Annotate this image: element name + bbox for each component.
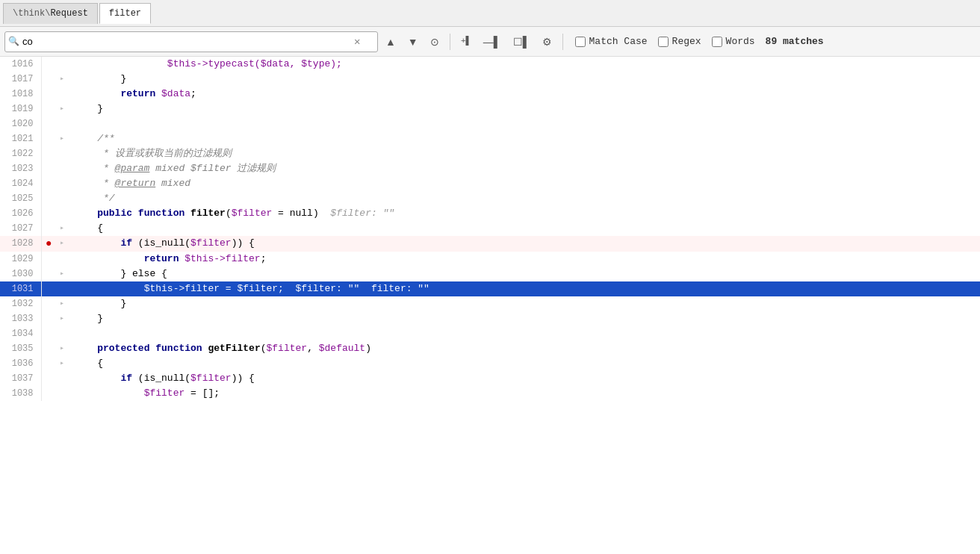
code-line: $filter = []; bbox=[68, 386, 980, 401]
nav-up-button[interactable]: ▲ bbox=[381, 34, 400, 50]
table-row[interactable]: 1017▸ } bbox=[0, 72, 980, 87]
table-row[interactable]: 1022 * 设置或获取当前的过滤规则 bbox=[0, 146, 980, 161]
breakpoint-gutter[interactable] bbox=[41, 386, 56, 401]
breakpoint-gutter[interactable] bbox=[41, 326, 56, 341]
fold-gutter[interactable]: ▸ bbox=[56, 311, 68, 326]
search-clear-button[interactable]: ✕ bbox=[351, 35, 363, 48]
code-line: { bbox=[68, 356, 980, 371]
clear-selection-button[interactable]: —▌ bbox=[479, 34, 506, 50]
table-row[interactable]: 1036▸ { bbox=[0, 356, 980, 371]
table-row[interactable]: 1023 * @param mixed $filter 过滤规则 bbox=[0, 161, 980, 176]
fold-gutter[interactable]: ▸ bbox=[56, 341, 68, 356]
code-line: * @param mixed $filter 过滤规则 bbox=[68, 161, 980, 176]
divider-1 bbox=[450, 34, 450, 50]
table-row[interactable]: 1028●▸ if (is_null($filter)) { bbox=[0, 236, 980, 252]
fold-gutter[interactable] bbox=[56, 116, 68, 131]
fold-gutter[interactable] bbox=[56, 252, 68, 267]
breakpoint-gutter[interactable] bbox=[41, 221, 56, 236]
breakpoint-gutter[interactable] bbox=[41, 161, 56, 176]
search-bar: 🔍 ✕ ▲ ▼ ⊙ +▌ —▌ ☐▌ ⚙ Match Case Regex Wo… bbox=[0, 27, 980, 57]
fold-gutter[interactable] bbox=[56, 281, 68, 296]
breakpoint-gutter[interactable] bbox=[41, 87, 56, 102]
table-row[interactable]: 1016 $this->typecast($data, $type); bbox=[0, 57, 980, 72]
fold-gutter[interactable]: ▸ bbox=[56, 102, 68, 116]
words-option[interactable]: Words bbox=[712, 36, 755, 47]
breakpoint-gutter[interactable] bbox=[41, 281, 56, 296]
breakpoint-gutter[interactable] bbox=[41, 146, 56, 161]
code-line: } bbox=[68, 102, 980, 116]
match-case-checkbox[interactable] bbox=[575, 37, 586, 47]
table-row[interactable]: 1035▸ protected function getFilter($filt… bbox=[0, 341, 980, 356]
breakpoint-gutter[interactable] bbox=[41, 311, 56, 326]
search-input[interactable] bbox=[22, 36, 351, 47]
fold-gutter[interactable] bbox=[56, 161, 68, 176]
line-number: 1021 bbox=[0, 131, 41, 146]
tab-filter[interactable]: filter bbox=[99, 3, 151, 24]
table-row[interactable]: 1020 bbox=[0, 116, 980, 131]
table-row[interactable]: 1018 return $data; bbox=[0, 87, 980, 102]
breakpoint-gutter[interactable] bbox=[41, 206, 56, 221]
line-number: 1029 bbox=[0, 252, 41, 267]
settings-button[interactable]: ⚙ bbox=[538, 34, 556, 50]
fold-gutter[interactable] bbox=[56, 386, 68, 401]
table-row[interactable]: 1038 $filter = []; bbox=[0, 386, 980, 401]
table-row[interactable]: 1029 return $this->filter; bbox=[0, 252, 980, 267]
table-row[interactable]: 1024 * @return mixed bbox=[0, 176, 980, 191]
search-icon: 🔍 bbox=[8, 36, 19, 47]
fold-gutter[interactable]: ▸ bbox=[56, 236, 68, 252]
fold-gutter[interactable] bbox=[56, 326, 68, 341]
table-row[interactable]: 1021▸ /** bbox=[0, 131, 980, 146]
regex-option[interactable]: Regex bbox=[658, 36, 701, 47]
add-selection-button[interactable]: +▌ bbox=[456, 33, 476, 50]
fold-gutter[interactable] bbox=[56, 146, 68, 161]
table-row[interactable]: 1030▸ } else { bbox=[0, 267, 980, 281]
breakpoint-gutter[interactable] bbox=[41, 341, 56, 356]
breakpoint-gutter[interactable] bbox=[41, 267, 56, 281]
fold-gutter[interactable]: ▸ bbox=[56, 267, 68, 281]
fold-gutter[interactable]: ▸ bbox=[56, 221, 68, 236]
fold-gutter[interactable]: ▸ bbox=[56, 356, 68, 371]
fold-gutter[interactable] bbox=[56, 191, 68, 206]
breakpoint-gutter[interactable] bbox=[41, 356, 56, 371]
nav-down-button[interactable]: ▼ bbox=[403, 34, 423, 50]
table-row[interactable]: 1031 $this->filter = $filter; $filter: "… bbox=[0, 281, 980, 296]
fold-gutter[interactable] bbox=[56, 57, 68, 72]
breakpoint-gutter[interactable] bbox=[41, 176, 56, 191]
fold-gutter[interactable] bbox=[56, 87, 68, 102]
fold-gutter[interactable]: ▸ bbox=[56, 296, 68, 311]
breakpoint-gutter[interactable] bbox=[41, 252, 56, 267]
breakpoint-gutter[interactable] bbox=[41, 131, 56, 146]
breakpoint-gutter[interactable] bbox=[41, 72, 56, 87]
breakpoint-gutter[interactable]: ● bbox=[41, 236, 56, 252]
fold-gutter[interactable]: ▸ bbox=[56, 131, 68, 146]
fold-gutter[interactable] bbox=[56, 176, 68, 191]
table-row[interactable]: 1033▸ } bbox=[0, 311, 980, 326]
breakpoint-gutter[interactable] bbox=[41, 116, 56, 131]
breakpoint-gutter[interactable] bbox=[41, 57, 56, 72]
line-number: 1025 bbox=[0, 191, 41, 206]
fold-gutter[interactable] bbox=[56, 371, 68, 386]
words-label: Words bbox=[726, 36, 755, 47]
breakpoint-gutter[interactable] bbox=[41, 371, 56, 386]
table-row[interactable]: 1026 public function filter($filter = nu… bbox=[0, 206, 980, 221]
table-row[interactable]: 1032▸ } bbox=[0, 296, 980, 311]
regex-checkbox[interactable] bbox=[658, 37, 669, 47]
breakpoint-gutter[interactable] bbox=[41, 296, 56, 311]
match-case-option[interactable]: Match Case bbox=[575, 36, 648, 47]
code-editor[interactable]: 1016 $this->typecast($data, $type);1017▸… bbox=[0, 57, 980, 554]
breakpoint-gutter[interactable] bbox=[41, 191, 56, 206]
table-row[interactable]: 1019▸ } bbox=[0, 102, 980, 116]
table-row[interactable]: 1034 bbox=[0, 326, 980, 341]
breakpoint-gutter[interactable] bbox=[41, 102, 56, 116]
fold-gutter[interactable]: ▸ bbox=[56, 72, 68, 87]
fold-gutter[interactable] bbox=[56, 206, 68, 221]
add-cursor-icon: +▌ bbox=[461, 35, 471, 46]
find-button[interactable]: ⊙ bbox=[426, 34, 444, 50]
table-row[interactable]: 1037 if (is_null($filter)) { bbox=[0, 371, 980, 386]
tab-request[interactable]: \think\Request bbox=[3, 3, 98, 24]
table-row[interactable]: 1025 */ bbox=[0, 191, 980, 206]
line-number: 1019 bbox=[0, 102, 41, 116]
toggle-case-button[interactable]: ☐▌ bbox=[509, 34, 535, 50]
table-row[interactable]: 1027▸ { bbox=[0, 221, 980, 236]
words-checkbox[interactable] bbox=[712, 37, 722, 47]
